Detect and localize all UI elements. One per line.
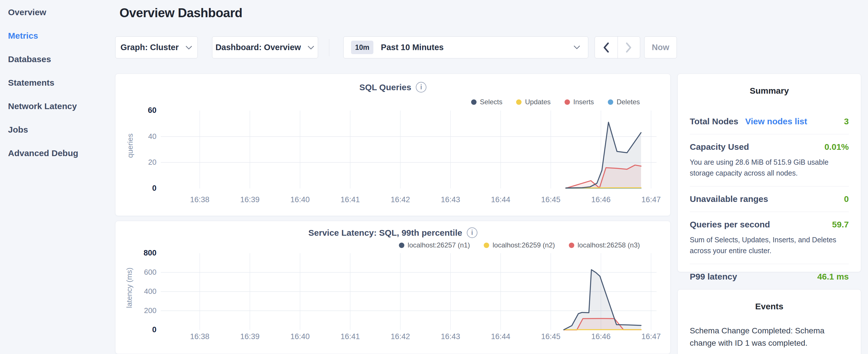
dashboard-dropdown[interactable]: Dashboard: Overview [212,36,318,58]
time-prev-button[interactable] [595,37,618,58]
summary-row-value: 59.7 [832,220,849,229]
time-range-badge: 10m [351,41,373,54]
chart-plot-area: 16:3816:3916:4016:4116:4216:4316:4416:45… [116,74,670,216]
chart-title-row: Service Latency: SQL, 99th percentile i [116,227,670,238]
x-tick-label: 16:41 [340,332,360,341]
legend-dot-icon [471,99,476,105]
chevron-right-icon [626,42,632,53]
summary-row-label: Unavailable ranges [690,194,768,204]
controls-divider [329,39,329,56]
chart-legend: SelectsUpdatesInsertsDeletes [471,98,640,106]
summary-row-value: 0.01% [825,142,849,152]
info-icon[interactable]: i [467,227,477,238]
summary-panel: Summary Total Nodes View nodes list 3 Ca… [677,74,861,272]
x-tick-label: 16:38 [190,195,210,204]
summary-row-label: Queries per second [690,220,770,229]
sidebar-item-jobs[interactable]: Jobs [0,118,115,141]
x-tick-label: 16:41 [340,195,360,204]
summary-row-value: 0 [844,194,849,204]
chevron-left-icon [603,42,609,53]
sidebar-item-metrics[interactable]: Metrics [0,24,115,47]
view-nodes-list-link[interactable]: View nodes list [745,117,807,126]
now-button[interactable]: Now [644,36,677,58]
legend-label: localhost:26257 (n1) [408,241,470,249]
legend-dot-icon [399,243,404,248]
chart-legend: localhost:26257 (n1)localhost:26259 (n2)… [399,241,640,249]
chart-title: SQL Queries [359,83,411,92]
chevron-down-icon [307,45,315,50]
now-button-label: Now [652,43,669,52]
page-title: Overview Dashboard [120,6,242,20]
summary-row-capacity-used: Capacity Used 0.01% You are using 28.6 M… [690,134,849,186]
legend-item: Deletes [608,98,640,106]
x-tick-label: 16:43 [441,332,460,341]
summary-row-label: P99 latency [690,272,737,282]
summary-row-label: Total Nodes [690,117,738,126]
sql-queries-chart-card: SQL Queries i SelectsUpdatesInsertsDelet… [115,74,671,216]
chevron-down-icon [185,45,192,50]
summary-row-description: Sum of Selects, Updates, Inserts, and De… [690,234,849,256]
x-tick-label: 16:47 [641,332,661,341]
graph-dropdown[interactable]: Graph: Cluster [115,36,198,58]
events-panel: Events Schema Change Completed: Schema c… [677,289,861,354]
legend-label: Inserts [574,98,594,106]
sidebar-item-network-latency[interactable]: Network Latency [0,95,115,118]
time-next-button[interactable] [618,37,640,58]
x-tick-label: 16:46 [591,195,611,204]
dashboard-dropdown-label: Dashboard: Overview [216,43,301,52]
legend-dot-icon [516,99,522,105]
x-tick-label: 16:42 [391,332,410,341]
summary-title: Summary [690,86,849,96]
time-range-label: Past 10 Minutes [381,43,573,52]
event-item-text[interactable]: Schema Change Completed: Schema change w… [690,324,833,349]
sidebar-item-databases[interactable]: Databases [0,47,115,71]
time-step-buttons [595,36,640,58]
service-latency-chart-card: Service Latency: SQL, 99th percentile i … [115,221,671,354]
x-tick-label: 16:44 [491,195,510,204]
summary-row-description: You are using 28.6 MiB of 515.9 GiB usab… [690,157,849,179]
legend-dot-icon [569,243,574,248]
y-tick-label: 20 [128,158,156,167]
legend-label: localhost:26258 (n3) [578,241,640,249]
sidebar-item-statements[interactable]: Statements [0,71,115,95]
x-tick-label: 16:44 [491,332,510,341]
legend-label: Selects [480,98,503,106]
sidebar-item-advanced-debug[interactable]: Advanced Debug [0,141,115,165]
y-axis-label: queries [126,133,135,158]
y-tick-label: 60 [128,106,156,115]
y-tick-label: 800 [128,249,156,257]
sidebar: OverviewMetricsDatabasesStatementsNetwor… [0,0,115,165]
legend-item: localhost:26259 (n2) [484,241,555,249]
chart-title: Service Latency: SQL, 99th percentile [308,228,462,238]
summary-row-label: Capacity Used [690,142,749,152]
sidebar-item-overview[interactable]: Overview [0,1,115,24]
legend-label: localhost:26259 (n2) [493,241,555,249]
y-axis-label: latency (ms) [125,267,134,308]
legend-dot-icon [564,99,570,105]
x-tick-label: 16:43 [441,195,460,204]
summary-row-value: 46.1 ms [817,272,849,282]
x-tick-label: 16:40 [290,195,310,204]
legend-item: Updates [516,98,551,106]
summary-row-p99-latency: P99 latency 46.1 ms [690,264,849,289]
legend-item: Inserts [564,98,594,106]
x-tick-label: 16:39 [240,332,260,341]
info-icon[interactable]: i [416,82,426,93]
chevron-down-icon [573,45,581,50]
events-title: Events [690,301,849,311]
x-tick-label: 16:45 [541,195,560,204]
x-tick-label: 16:42 [391,195,410,204]
time-range-selector[interactable]: 10m Past 10 Minutes [343,36,588,58]
summary-row-unavailable-ranges: Unavailable ranges 0 [690,186,849,212]
chart-title-row: SQL Queries i [116,82,670,93]
x-tick-label: 16:45 [541,332,560,341]
y-tick-label: 0 [128,325,156,334]
legend-dot-icon [484,243,489,248]
event-item-timestamp: May 13, 2020 at 4:45 PM [690,353,849,354]
legend-item: Selects [471,98,503,106]
x-tick-label: 16:47 [641,195,661,204]
x-tick-label: 16:40 [290,332,310,341]
summary-row-queries-per-second: Queries per second 59.7 Sum of Selects, … [690,212,849,264]
summary-row-total-nodes: Total Nodes View nodes list 3 [690,109,849,134]
legend-label: Deletes [617,98,640,106]
